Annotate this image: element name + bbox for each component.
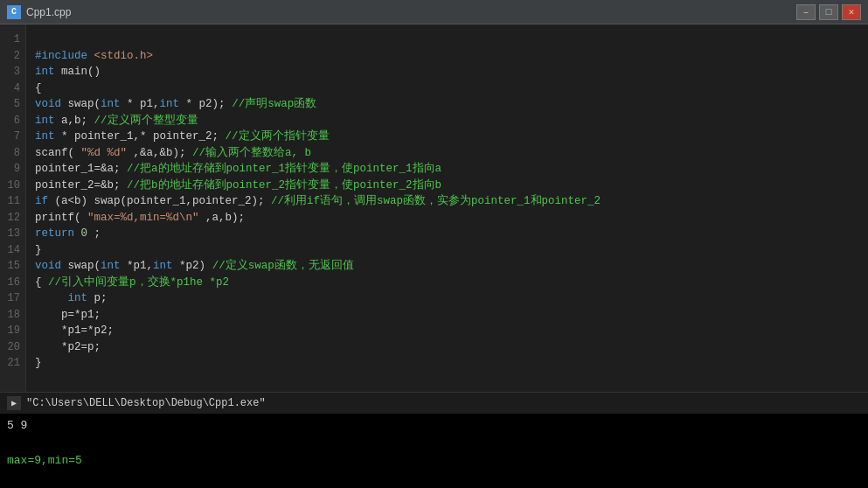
console-line-1: 5 9: [7, 417, 861, 435]
close-button[interactable]: ✕: [842, 4, 861, 20]
code-line: int a,b; //定义两个整型变量: [35, 113, 859, 129]
code-line: int main(): [35, 64, 859, 80]
code-line: pointer_1=&a; //把a的地址存储到pointer_1指针变量，使p…: [35, 161, 859, 178]
console-line-2: max=9,min=5: [7, 452, 861, 470]
code-line: *p1=*p2;: [35, 323, 859, 339]
console-title-bar: ▶ "C:\Users\DELL\Desktop\Debug\Cpp1.exe": [0, 393, 868, 414]
console-title: "C:\Users\DELL\Desktop\Debug\Cpp1.exe": [26, 397, 266, 409]
minimize-button[interactable]: –: [796, 4, 816, 20]
code-line: }: [35, 355, 859, 372]
code-line: p=*p1;: [35, 307, 859, 324]
code-line: #include <stdio.h>: [35, 48, 859, 65]
code-line: void swap(int *p1,int *p2) //定义swap函数，无返…: [35, 258, 859, 275]
code-line: printf( "max=%d,min=%d\n" ,a,b);: [35, 210, 859, 227]
code-line: pointer_2=&b; //把b的地址存储到pointer_2指针变量，使p…: [35, 178, 859, 194]
code-editor: 1 2 3 4 5 6 7 8 9 10 11 12 13 14 15 16 1…: [0, 24, 868, 392]
code-line: if (a<b) swap(pointer_1,pointer_2); //利用…: [35, 193, 859, 210]
code-line: return 0 ;: [35, 226, 859, 242]
app-icon: C: [7, 5, 21, 19]
code-text[interactable]: #include <stdio.h> int main() { void swa…: [26, 24, 868, 392]
code-line: *p2=p;: [35, 339, 859, 356]
maximize-button[interactable]: □: [819, 4, 838, 20]
app-window: C Cpp1.cpp – □ ✕ 1 2 3 4 5 6 7 8 9 10 11…: [0, 0, 868, 488]
line-numbers: 1 2 3 4 5 6 7 8 9 10 11 12 13 14 15 16 1…: [0, 24, 26, 392]
code-line: int p;: [35, 290, 859, 307]
window-controls: – □ ✕: [796, 4, 861, 20]
code-line: [35, 31, 859, 48]
console-icon: ▶: [7, 396, 21, 410]
console-area: ▶ "C:\Users\DELL\Desktop\Debug\Cpp1.exe"…: [0, 392, 868, 488]
title-bar-left: C Cpp1.cpp: [7, 5, 71, 19]
code-line: }: [35, 242, 859, 259]
window-title: Cpp1.cpp: [26, 6, 71, 18]
code-line: {: [35, 80, 859, 97]
code-line: int * pointer_1,* pointer_2; //定义两个指针变量: [35, 129, 859, 145]
code-line: { //引入中间变量p，交换*p1he *p2: [35, 275, 859, 291]
console-output: 5 9 max=9,min=5 Press any key to continu…: [0, 414, 868, 488]
code-line: void swap(int * p1,int * p2); //声明swap函数: [35, 96, 859, 113]
title-bar: C Cpp1.cpp – □ ✕: [0, 0, 868, 24]
code-line: scanf( "%d %d" ,&a,&b); //输入两个整数给a, b: [35, 145, 859, 162]
